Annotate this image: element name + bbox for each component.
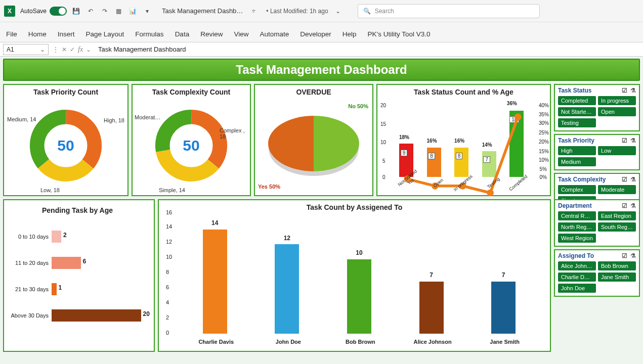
slicer-item[interactable]: John Doe bbox=[558, 284, 596, 293]
slicer-item[interactable]: Central R… bbox=[558, 211, 596, 220]
hbar-cat: 0 to 10 days bbox=[6, 234, 52, 240]
enter-icon[interactable]: ✓ bbox=[70, 46, 75, 53]
tab-pk-utility[interactable]: PK's Utility Tool V3.0 bbox=[368, 30, 431, 42]
clear-filter-icon[interactable]: ⚗ bbox=[630, 252, 636, 259]
slicer-item[interactable]: Complex bbox=[558, 185, 596, 194]
svg-point-10 bbox=[515, 113, 522, 120]
worksheet-area: Task Management Dashboard Task Priority … bbox=[0, 57, 643, 364]
tab-formulas[interactable]: Formulas bbox=[135, 30, 163, 42]
ytick: 0 bbox=[382, 174, 385, 180]
toggle-on-icon[interactable] bbox=[50, 7, 67, 16]
slicer-item[interactable]: Jane Smith bbox=[598, 272, 636, 282]
hbar-value: 1 bbox=[58, 284, 62, 291]
slicer-item[interactable]: Bob Brown bbox=[598, 261, 636, 270]
tab-review[interactable]: Review bbox=[200, 30, 223, 42]
search-input[interactable]: 🔍 Search bbox=[358, 4, 540, 18]
slicer-department[interactable]: Department ☑⚗ Central R… East Region Nor… bbox=[554, 199, 640, 247]
slicer-item[interactable]: Charlie D… bbox=[558, 272, 596, 282]
share-icon[interactable]: ᯤ bbox=[250, 7, 259, 16]
dashboard-title: Task Management Dashboard bbox=[3, 59, 640, 81]
segment-label-complex: Complex , 18 bbox=[220, 127, 248, 140]
chart-icon[interactable]: 📊 bbox=[128, 7, 138, 16]
grid-icon[interactable]: ▦ bbox=[114, 7, 123, 16]
ribbon-tabs: File Home Insert Page Layout Formulas Da… bbox=[0, 22, 643, 42]
ytick: 12 bbox=[166, 239, 172, 245]
ytick: 10 bbox=[380, 140, 386, 145]
card-overdue: OVERDUE Yes 50% No 50% bbox=[254, 84, 373, 196]
card-title: OVERDUE bbox=[255, 85, 372, 96]
slicer-item[interactable]: Open bbox=[598, 107, 636, 116]
redo-icon[interactable]: ↷ bbox=[100, 7, 109, 16]
hbar-fill bbox=[52, 283, 57, 295]
y2tick: 5% bbox=[540, 166, 547, 172]
slicer-item[interactable]: Not Starte… bbox=[558, 107, 596, 116]
slicer-item[interactable]: Moderate bbox=[598, 185, 636, 194]
multiselect-icon[interactable]: ☑ bbox=[622, 252, 627, 259]
slicer-item[interactable]: Testing bbox=[558, 118, 596, 127]
pie-label-no: No 50% bbox=[348, 103, 368, 110]
formula-input[interactable]: Task Management Dashboard bbox=[91, 46, 643, 53]
undo-icon[interactable]: ↶ bbox=[86, 7, 95, 16]
more-icon[interactable]: ⋮ bbox=[53, 46, 59, 53]
y2tick: 40% bbox=[539, 103, 549, 108]
multiselect-icon[interactable]: ☑ bbox=[622, 87, 627, 94]
y2tick: 20% bbox=[539, 139, 549, 145]
slicer-item[interactable]: North Reg… bbox=[558, 222, 596, 232]
slicer-task-priority[interactable]: Task Priority ☑⚗ High Low Medium bbox=[554, 134, 640, 170]
tab-page-layout[interactable]: Page Layout bbox=[86, 30, 124, 42]
multiselect-icon[interactable]: ☑ bbox=[622, 202, 627, 209]
tab-view[interactable]: View bbox=[234, 30, 248, 42]
tab-home[interactable]: Home bbox=[28, 30, 47, 42]
donut-center-value: 50 bbox=[183, 137, 199, 154]
multiselect-icon[interactable]: ☑ bbox=[622, 137, 627, 144]
ytick: 15 bbox=[380, 121, 386, 127]
ytick: 16 bbox=[166, 209, 172, 215]
multiselect-icon[interactable]: ☑ bbox=[622, 176, 627, 183]
vbar-value: 12 bbox=[275, 235, 299, 242]
slicer-item[interactable]: Low bbox=[598, 146, 636, 155]
tab-file[interactable]: File bbox=[6, 30, 17, 42]
slicer-item[interactable]: South Reg… bbox=[598, 222, 636, 232]
clear-filter-icon[interactable]: ⚗ bbox=[630, 87, 636, 94]
ytick: 2 bbox=[166, 314, 169, 321]
fx-icon[interactable]: fx bbox=[78, 46, 83, 54]
tab-data[interactable]: Data bbox=[175, 30, 190, 42]
cell-reference: A1 bbox=[7, 46, 14, 53]
slicer-item[interactable]: Medium bbox=[558, 157, 596, 166]
clear-filter-icon[interactable]: ⚗ bbox=[630, 176, 636, 183]
name-box[interactable]: A1 ⌄ bbox=[3, 44, 49, 55]
card-title: Task Count by Assigened To bbox=[159, 200, 550, 211]
hbar-fill bbox=[52, 309, 141, 322]
slicer-item[interactable]: Completed bbox=[558, 96, 596, 105]
segment-label-simple: Simple, 14 bbox=[159, 187, 185, 193]
tab-help[interactable]: Help bbox=[342, 30, 357, 42]
clear-filter-icon[interactable]: ⚗ bbox=[630, 202, 636, 209]
slicer-task-status[interactable]: Task Status ☑⚗ Completed In progress Not… bbox=[554, 84, 640, 131]
slicer-item[interactable]: High bbox=[558, 146, 596, 155]
tab-automate[interactable]: Automate bbox=[260, 30, 289, 42]
save-icon[interactable]: 💾 bbox=[72, 7, 81, 16]
last-modified[interactable]: • Last Modified: 1h ago bbox=[266, 8, 328, 15]
slicer-assigned-to[interactable]: Assigned To ☑⚗ Alice John… Bob Brown Cha… bbox=[554, 249, 640, 297]
slicer-item[interactable]: In progress bbox=[598, 96, 636, 105]
autosave-toggle[interactable]: AutoSave On bbox=[20, 7, 67, 16]
hbar-row: 0 to 10 days 2 bbox=[6, 223, 149, 250]
file-name[interactable]: Task Management Dashb… bbox=[162, 7, 243, 15]
autosave-label: AutoSave bbox=[20, 8, 47, 15]
combo-chart-status: 0 5 10 15 20 0% 5% 10% 15% 20% 25% 30% 3… bbox=[377, 96, 550, 196]
card-task-complexity: Task Complexity Count 50 Complex , 18 Mo… bbox=[132, 84, 251, 196]
slicer-item[interactable]: East Region bbox=[598, 211, 636, 220]
namebox-dropdown-icon[interactable]: ⌄ bbox=[40, 46, 45, 53]
cancel-icon[interactable]: ✕ bbox=[62, 46, 67, 53]
tab-insert[interactable]: Insert bbox=[58, 30, 75, 42]
clear-filter-icon[interactable]: ⚗ bbox=[630, 137, 636, 144]
hbar-cat: 21 to 30 days bbox=[6, 286, 52, 292]
fx-dropdown-icon[interactable]: ⌄ bbox=[86, 46, 91, 53]
chevron-down-icon[interactable]: ⌄ bbox=[333, 7, 342, 16]
slicer-item[interactable]: Alice John… bbox=[558, 261, 596, 270]
tab-developer[interactable]: Developer bbox=[300, 30, 331, 42]
hbar-row: 21 to 30 days 1 bbox=[6, 276, 149, 302]
customize-qat-icon[interactable]: ▾ bbox=[143, 7, 152, 16]
search-placeholder: Search bbox=[375, 8, 394, 15]
slicer-item[interactable]: West Region bbox=[558, 234, 596, 243]
